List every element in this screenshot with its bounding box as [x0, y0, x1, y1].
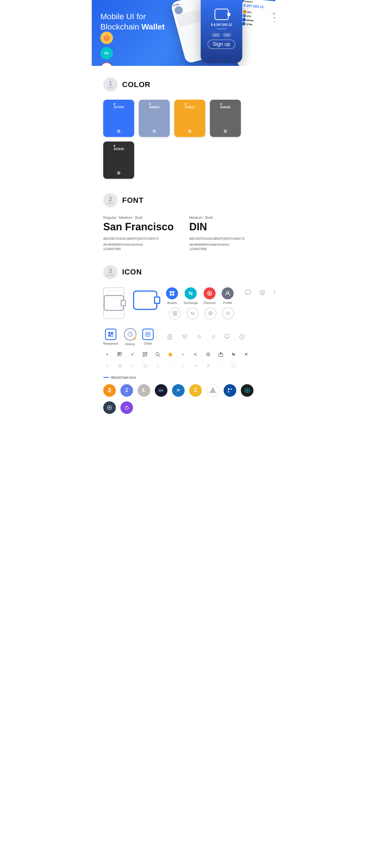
- font-section-header: 2 TWO FONT: [103, 193, 264, 208]
- zcash-icon: Z: [189, 384, 202, 397]
- extra-icons-top: [243, 287, 275, 298]
- tab-icons-area: Assets Exchange Discover: [166, 287, 234, 319]
- color-swatch-dark: #303030: [103, 142, 134, 179]
- extra-icons-area: [243, 287, 275, 298]
- search-icon: [154, 350, 162, 359]
- plus-icon-ghost: +: [103, 362, 111, 370]
- stack-icon: [179, 332, 190, 342]
- ethereum-icon: Ξ: [120, 384, 133, 397]
- speech-icon: [223, 332, 233, 342]
- font-section-title: FONT: [122, 196, 144, 205]
- wallet-wireframe-icon: [103, 287, 124, 319]
- color-dot: [117, 129, 120, 133]
- din-weights: Medium ' Bold: [189, 215, 264, 220]
- icon-section-number: 3 THREE: [103, 265, 117, 279]
- svg-rect-29: [225, 334, 229, 337]
- share-icon-ghost: ↤: [192, 362, 200, 370]
- svg-rect-33: [118, 354, 119, 356]
- svg-rect-34: [143, 352, 144, 353]
- lisk-icon: [224, 384, 236, 397]
- sf-name: San Francisco: [103, 221, 178, 233]
- wallet-icon-hero: [215, 9, 229, 20]
- phones-area: Profile $ 6,297,502.12 myWallet BTC: [161, 3, 275, 66]
- exchange-icon-filled: [185, 287, 197, 299]
- exchange-tab-icon: Exchange: [184, 287, 198, 305]
- svg-point-37: [156, 352, 159, 355]
- exchange-icon-outline: [187, 307, 199, 319]
- wallet-wireframe: [104, 295, 124, 311]
- waves-icon: [155, 384, 167, 397]
- extra-gray-icons: [165, 332, 247, 342]
- svg-rect-44: [230, 388, 232, 390]
- litecoin-icon: Ł: [138, 384, 150, 397]
- order-icon-item: Order: [142, 329, 154, 345]
- font-din: Medium ' Bold DIN ABCDEFGHIJKLMNOPQRSTUV…: [189, 215, 264, 251]
- sf-numbers: 1234567890: [103, 247, 178, 251]
- svg-point-47: [246, 390, 248, 391]
- assets-icon-outline: [169, 307, 181, 319]
- management-icon: [105, 329, 116, 340]
- font-section-number: 2 TWO: [103, 193, 117, 208]
- check-icon-ghost: ✓: [129, 362, 137, 370]
- edit-grid-icon: [116, 350, 124, 359]
- svg-point-28: [212, 336, 215, 338]
- svg-rect-32: [120, 352, 121, 353]
- svg-rect-4: [172, 291, 174, 293]
- discover-icon-outline: [204, 307, 217, 319]
- profile-icon-outline: [222, 307, 234, 319]
- icon-main-row: Assets Exchange Discover: [103, 287, 264, 319]
- crypto-icons-row: ₿ Ξ Ł Z: [103, 384, 264, 414]
- phone-assets: myWallet 6.297.502.12 BTC 788-2003 ETH 5…: [236, 0, 275, 66]
- exchange-label: Exchange: [184, 301, 198, 305]
- moon-icon: [272, 287, 275, 298]
- history-icon-item: History: [124, 328, 137, 346]
- din-name: DIN: [189, 221, 264, 233]
- font-section: 2 TWO FONT Regular ' Medium ' Bold San F…: [103, 193, 264, 251]
- settings-icon: [204, 350, 212, 359]
- discover-icon-filled: [204, 287, 216, 299]
- assets-tab-icon: Assets: [166, 287, 178, 305]
- search-icon-ghost: ⌕: [154, 362, 162, 370]
- profile-tab-icon: Profile: [222, 287, 234, 305]
- dot-icon: [208, 332, 219, 342]
- iota-icon: [206, 384, 219, 397]
- discover-tab-icon: Discover: [204, 287, 216, 305]
- color-dot: [188, 129, 192, 133]
- color-section-title: COLOR: [122, 80, 150, 89]
- assets-icon-filled: [166, 287, 178, 299]
- color-dot: [117, 171, 120, 175]
- svg-rect-10: [173, 311, 175, 313]
- stellar-icon: [103, 401, 116, 414]
- qr-icon: [141, 350, 149, 359]
- qr-icon-ghost: ⊡: [141, 362, 149, 370]
- order-icon: [142, 329, 154, 340]
- din-numbers: 1234567890: [189, 247, 264, 251]
- discover-label: Discover: [204, 301, 216, 305]
- color-dot: [224, 129, 227, 133]
- icon-section: 3 THREE ICON As: [103, 265, 264, 414]
- color-dot: [152, 129, 156, 133]
- icon-section-header: 3 THREE ICON: [103, 265, 264, 279]
- svg-rect-3: [170, 291, 172, 293]
- svg-rect-36: [143, 355, 144, 356]
- history-icon: [124, 328, 137, 341]
- app-icons-row: Mangment History Order: [103, 328, 264, 346]
- color-swatch-grayblue: #8DA0C8: [139, 100, 170, 137]
- small-icons-ghost-row: + ⊞ ✓ ⊡ ⌕ ☆ ‹ ↤ ✕ → ⓘ: [103, 362, 264, 370]
- crescent-icon: [194, 332, 204, 342]
- sf-weights: Regular ' Medium ' Bold: [103, 215, 178, 220]
- svg-rect-21: [108, 332, 111, 334]
- chat-icon: [243, 287, 253, 298]
- dash-icon: [172, 384, 185, 397]
- din-uppercase: ABCDEFGHIJKLMNOPQRSTUVWXYZ: [189, 236, 264, 242]
- info-icon-ghost: ⓘ: [229, 362, 237, 370]
- bitcoin-icon: ₿: [103, 384, 116, 397]
- font-grid: Regular ' Medium ' Bold San Francisco AB…: [103, 215, 264, 251]
- svg-point-8: [209, 292, 210, 294]
- svg-point-15: [209, 313, 211, 314]
- svg-rect-17: [246, 290, 251, 294]
- sketch-badge: [101, 32, 113, 44]
- svg-rect-23: [108, 334, 111, 337]
- close-icon-ghost: ✕: [204, 362, 212, 370]
- svg-rect-43: [228, 388, 230, 390]
